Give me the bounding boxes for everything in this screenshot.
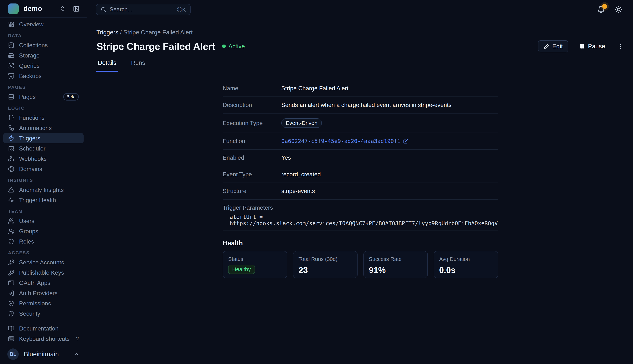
- webhook-icon: [8, 156, 14, 162]
- function-link[interactable]: 0a602247-c5f9-45e9-ad20-4aaa3ad190f1: [281, 138, 409, 144]
- search-placeholder: Search...: [110, 6, 132, 13]
- sidebar-item-auth-providers[interactable]: Auth Providers: [3, 288, 84, 298]
- status-label: Active: [228, 43, 245, 50]
- sidebar-item-security[interactable]: Security: [3, 308, 84, 319]
- sidebar-item-overview[interactable]: Overview: [3, 19, 84, 30]
- topbar: Search... ⌘K: [87, 0, 633, 20]
- sidebar-item-triggers[interactable]: Triggers: [3, 133, 84, 143]
- breadcrumb: Triggers / Stripe Charge Failed Alert: [96, 29, 625, 36]
- details-panel: NameStripe Charge Failed AlertDescriptio…: [223, 80, 498, 278]
- sidebar-item-label: Permissions: [19, 300, 51, 307]
- detail-value: stripe-events: [281, 188, 315, 194]
- sidebar-item-pages[interactable]: PagesBeta: [3, 92, 84, 102]
- detail-label: Structure: [223, 188, 281, 194]
- zap-icon: [8, 135, 14, 141]
- shield-alert-icon: [8, 310, 14, 317]
- breadcrumb-separator: /: [120, 29, 123, 36]
- sidebar-item-automations[interactable]: Automations: [3, 123, 84, 133]
- execution-type-chip: Event-Driven: [281, 118, 322, 128]
- beta-badge: Beta: [63, 93, 79, 100]
- sidebar-item-label: Automations: [19, 125, 52, 132]
- layout-dashboard-icon: [8, 21, 14, 28]
- sidebar-item-domains[interactable]: Domains: [3, 164, 84, 174]
- shield-check-icon: [8, 300, 14, 306]
- detail-label: Event Type: [223, 171, 281, 178]
- workspace-logo: [8, 4, 19, 14]
- external-link-icon: [403, 138, 409, 144]
- user-menu[interactable]: BL Blueinitmain: [0, 344, 87, 364]
- breadcrumb-current: Stripe Charge Failed Alert: [123, 29, 193, 36]
- sidebar-item-label: Storage: [19, 52, 40, 59]
- detail-label: Name: [223, 85, 281, 92]
- tab-details[interactable]: Details: [96, 59, 118, 72]
- sidebar-item-keyboard-shortcuts[interactable]: Keyboard shortcuts?: [3, 334, 84, 344]
- notification-dot: [602, 4, 607, 9]
- page-title: Stripe Charge Failed Alert: [96, 41, 215, 52]
- detail-value: Yes: [281, 154, 291, 161]
- breadcrumb-parent[interactable]: Triggers: [96, 29, 118, 36]
- sidebar-item-documentation[interactable]: Documentation: [3, 323, 84, 334]
- sidebar-item-webhooks[interactable]: Webhooks: [3, 154, 84, 164]
- sidebar-item-groups[interactable]: Groups: [3, 226, 84, 236]
- sidebar-item-oauth-apps[interactable]: OAuth Apps: [3, 278, 84, 288]
- sidebar-item-trigger-health[interactable]: Trigger Health: [3, 195, 84, 205]
- nav-section-team: TEAM: [3, 209, 84, 213]
- health-card-value: 23: [298, 265, 352, 275]
- health-card-label: Avg Duration: [439, 256, 493, 262]
- calendar-clock-icon: [8, 146, 14, 152]
- health-card-label: Success Rate: [369, 256, 422, 262]
- sidebar: demo OverviewDATACollectionsStorageQueri…: [0, 0, 87, 364]
- theme-toggle-button[interactable]: [615, 6, 623, 14]
- workspace-header[interactable]: demo: [0, 0, 87, 18]
- health-card-label: Total Runs (30d): [298, 256, 352, 262]
- sidebar-item-collections[interactable]: Collections: [3, 40, 84, 50]
- sidebar-item-scheduler[interactable]: Scheduler: [3, 143, 84, 154]
- panel-left-close-icon: [73, 6, 80, 12]
- sidebar-item-service-accounts[interactable]: Service Accounts: [3, 257, 84, 268]
- shortcut-hint: ?: [76, 336, 79, 342]
- pause-button[interactable]: Pause: [574, 40, 611, 52]
- nav-section-logic: LOGIC: [3, 106, 84, 110]
- trigger-parameters-label: Trigger Parameters: [223, 204, 498, 211]
- sidebar-item-permissions[interactable]: Permissions: [3, 298, 84, 308]
- detail-value: Stripe Charge Failed Alert: [281, 85, 348, 92]
- collapse-sidebar-icon[interactable]: [73, 6, 80, 12]
- sidebar-item-roles[interactable]: Roles: [3, 236, 84, 247]
- detail-label: Function: [223, 138, 281, 144]
- sidebar-item-storage[interactable]: Storage: [3, 50, 84, 60]
- tab-runs[interactable]: Runs: [130, 59, 147, 72]
- search-input[interactable]: Search... ⌘K: [96, 4, 191, 15]
- detail-value: record_created: [281, 171, 321, 178]
- sidebar-item-functions[interactable]: Functions: [3, 112, 84, 123]
- sidebar-item-queries[interactable]: Queries: [3, 60, 84, 71]
- notifications-button[interactable]: [597, 6, 605, 14]
- ellipsis-vertical-icon: [617, 43, 624, 50]
- user-name: Blueinitmain: [24, 350, 59, 358]
- more-actions-button[interactable]: [616, 41, 625, 52]
- sidebar-item-users[interactable]: Users: [3, 216, 84, 226]
- nav-section-access: ACCESS: [3, 250, 84, 255]
- sidebar-item-publishable-keys[interactable]: Publishable Keys: [3, 268, 84, 278]
- chevron-up-icon: [73, 351, 80, 357]
- app-window-icon: [8, 280, 14, 286]
- detail-label: Execution Type: [223, 120, 281, 126]
- health-card-avg-duration: Avg Duration0.0s: [434, 251, 498, 278]
- health-card-success-rate: Success Rate91%: [364, 251, 428, 278]
- sidebar-item-anomaly-insights[interactable]: Anomaly Insights: [3, 185, 84, 195]
- sidebar-item-backups[interactable]: Backups: [3, 71, 84, 81]
- edit-button[interactable]: Edit: [538, 40, 568, 52]
- sidebar-item-label: Documentation: [19, 325, 59, 332]
- users-round-icon: [8, 228, 14, 234]
- nav-section-data: DATA: [3, 33, 84, 38]
- health-cards: StatusHealthyTotal Runs (30d)23Success R…: [223, 251, 498, 278]
- sidebar-item-label: Roles: [19, 238, 34, 245]
- sidebar-nav: OverviewDATACollectionsStorageQueriesBac…: [0, 18, 87, 344]
- healthy-badge: Healthy: [228, 265, 255, 274]
- scan-search-icon: [8, 62, 14, 69]
- workspace-switcher-icon[interactable]: [59, 6, 66, 12]
- detail-label: Description: [223, 102, 281, 108]
- sun-icon: [615, 6, 623, 14]
- sidebar-item-label: Scheduler: [19, 145, 46, 152]
- detail-row-execution-type: Execution TypeEvent-Driven: [223, 114, 498, 133]
- key-round-icon: [8, 259, 14, 266]
